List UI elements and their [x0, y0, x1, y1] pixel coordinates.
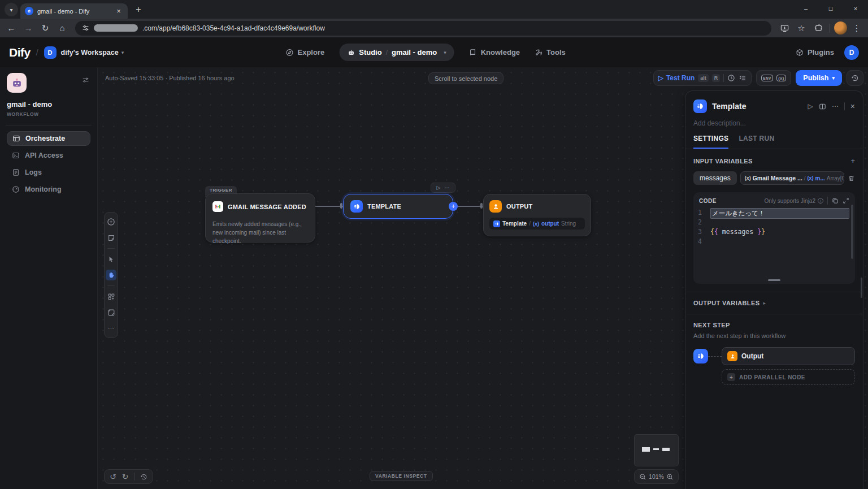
user-avatar[interactable]: D — [844, 45, 859, 60]
panel-scrollbar[interactable] — [861, 278, 862, 298]
node-more-icon[interactable]: ⋯ — [444, 185, 449, 191]
forward-button[interactable]: → — [21, 21, 36, 36]
new-tab-button[interactable]: + — [131, 2, 146, 17]
tab-title: gmail - demo - Dify — [37, 8, 110, 15]
code-scrollbar[interactable] — [851, 205, 853, 259]
next-step-node-output[interactable]: Output — [722, 347, 855, 365]
sidebar-item-logs[interactable]: Logs — [7, 165, 90, 180]
app-chevron-icon[interactable]: ▾ — [444, 50, 446, 55]
hand-tool-button[interactable] — [106, 270, 116, 280]
panel-run-icon[interactable]: ▷ — [808, 102, 813, 110]
add-parallel-node-button[interactable]: + ADD PARALLEL NODE — [722, 369, 855, 385]
version-history-button[interactable] — [847, 70, 863, 86]
nav-knowledge[interactable]: Knowledge — [469, 48, 520, 57]
variable-value-selector[interactable]: (x) Gmail Message ... / (x) m... Array[O… — [740, 171, 844, 185]
export-image-button[interactable] — [106, 307, 116, 318]
home-button[interactable]: ⌂ — [55, 21, 70, 36]
panel-node-title[interactable]: Template — [712, 102, 803, 111]
next-step-connector — [708, 356, 722, 357]
redacted-domain — [94, 24, 138, 32]
info-icon[interactable]: i — [818, 198, 823, 204]
node-config-panel: Template ▷ ⋯ × Add description... SETTIN… — [685, 90, 863, 489]
template-input-handle[interactable] — [340, 203, 342, 209]
workflow-canvas[interactable]: Auto-Saved 15:33:05 · Published 16 hours… — [98, 67, 868, 489]
scroll-to-selected-node-button[interactable]: Scroll to selected node — [428, 72, 504, 84]
change-history-icon[interactable] — [140, 473, 147, 481]
publish-button[interactable]: Publish ▾ — [796, 70, 842, 86]
workspace-name[interactable]: dify's Workspace — [61, 49, 119, 57]
nav-explore[interactable]: Explore — [286, 48, 325, 57]
browser-tab[interactable]: d gmail - demo - Dify × — [20, 3, 128, 19]
description-placeholder[interactable]: Add description... — [693, 119, 855, 127]
variables-button[interactable]: (x) — [776, 75, 787, 81]
back-button[interactable]: ← — [4, 21, 19, 36]
window-maximize-button[interactable]: □ — [818, 0, 843, 17]
test-run-button[interactable]: ▷ Test Run — [658, 74, 695, 82]
minimap[interactable] — [634, 434, 679, 466]
output-input-handle[interactable] — [480, 203, 483, 209]
site-settings-icon[interactable] — [82, 24, 89, 32]
add-next-node-button[interactable]: + — [449, 202, 458, 211]
sidebar-item-api-access[interactable]: API Access — [7, 148, 90, 163]
workspace-avatar: D — [44, 46, 57, 59]
sidebar-app-type: WORKFLOW — [7, 111, 90, 117]
variable-badge: (x) — [533, 221, 539, 227]
window-close-button[interactable]: × — [843, 0, 868, 17]
nav-studio[interactable]: Studio / gmail - demo ▾ — [339, 44, 454, 61]
template-ref-icon — [493, 220, 500, 227]
expand-code-icon[interactable] — [843, 197, 849, 204]
code-resize-handle[interactable] — [768, 279, 780, 281]
zoom-out-icon[interactable] — [639, 473, 646, 481]
extensions-icon[interactable] — [811, 21, 826, 36]
delete-variable-icon[interactable] — [848, 175, 855, 182]
code-lines[interactable]: メールきたって！ {{ messages }} — [710, 208, 849, 246]
sidebar-item-monitoring[interactable]: Monitoring — [7, 182, 90, 197]
browser-menu-icon[interactable]: ⋮ — [849, 21, 864, 36]
input-variables-label: INPUT VARIABLES — [693, 158, 753, 165]
tab-search-button[interactable]: ▾ — [5, 3, 18, 16]
workspace-chevron-icon[interactable]: ▾ — [121, 50, 124, 55]
node-play-icon[interactable]: ▷ — [437, 185, 441, 191]
organize-nodes-button[interactable] — [106, 291, 116, 302]
reload-button[interactable]: ↻ — [38, 21, 53, 36]
variable-name-chip[interactable]: messages — [693, 171, 737, 185]
undo-icon[interactable]: ↺ — [110, 472, 116, 481]
checklist-icon[interactable] — [739, 74, 747, 82]
panel-more-icon[interactable]: ⋯ — [832, 102, 839, 110]
panel-close-icon[interactable]: × — [850, 102, 855, 111]
zoom-level[interactable]: 101% — [649, 473, 664, 480]
tab-last-run[interactable]: LAST RUN — [739, 135, 774, 149]
browser-toolbar: ← → ↻ ⌂ .com/app/efb68c83-035e-4c94-a1ad… — [0, 19, 868, 37]
variable-inspect-button[interactable]: VARIABLE INSPECT — [370, 471, 433, 481]
node-output[interactable]: OUTPUT Template / (x) output String — [483, 194, 591, 236]
add-note-button[interactable] — [106, 232, 116, 243]
more-tools-button[interactable]: ⋯ — [106, 323, 116, 334]
url-bar[interactable]: .com/app/efb68c83-035e-4c94-a1ad-dfac4c4… — [75, 21, 771, 36]
nav-tools[interactable]: Tools — [535, 48, 566, 57]
node-template-selected[interactable]: TEMPLATE — [343, 194, 453, 219]
add-variable-icon[interactable]: + — [850, 157, 855, 165]
tab-settings[interactable]: SETTINGS — [693, 135, 728, 149]
window-minimize-button[interactable]: – — [793, 0, 818, 17]
install-app-icon[interactable] — [777, 21, 792, 36]
env-button[interactable]: ENV — [761, 75, 772, 81]
pointer-tool-button[interactable] — [106, 254, 116, 265]
sidebar-item-orchestrate[interactable]: Orchestrate — [7, 131, 90, 146]
schedule-clock-icon[interactable] — [727, 74, 735, 82]
zoom-in-icon[interactable] — [666, 473, 674, 481]
add-node-button[interactable] — [106, 217, 116, 227]
app-avatar[interactable] — [7, 73, 27, 93]
code-editor[interactable]: CODE Only supports Jinja2 i 1 2 3 4 — [693, 192, 855, 284]
app-settings-icon[interactable] — [82, 76, 89, 84]
bookmark-star-icon[interactable]: ☆ — [794, 21, 809, 36]
browser-profile-avatar[interactable] — [834, 21, 847, 34]
copy-code-icon[interactable] — [832, 197, 839, 204]
output-variables-toggle[interactable]: OUTPUT VARIABLES ▸ — [685, 292, 863, 314]
dify-logo[interactable]: Dify — [9, 46, 31, 59]
panel-split-view-icon[interactable] — [819, 103, 826, 110]
tab-close-icon[interactable]: × — [114, 7, 123, 16]
next-output-icon — [727, 351, 737, 361]
node-gmail-trigger[interactable]: GMAIL MESSAGE ADDED Emits newly added me… — [205, 193, 315, 243]
plugins-button[interactable]: Plugins — [796, 48, 834, 57]
redo-icon[interactable]: ↻ — [122, 472, 129, 481]
